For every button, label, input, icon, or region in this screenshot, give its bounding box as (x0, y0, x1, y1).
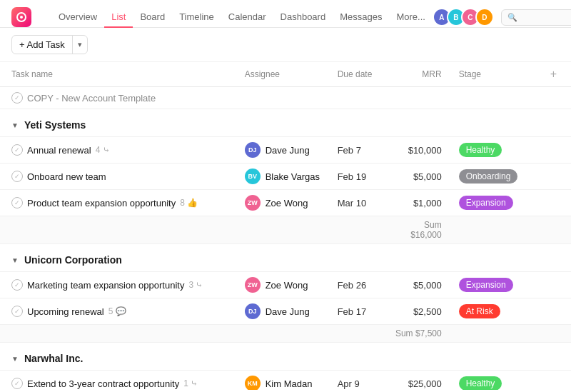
stage-badge: Healthy (459, 376, 502, 390)
app-icon-inner (16, 12, 26, 22)
task-check-icon[interactable]: ✓ (11, 378, 23, 389)
stage-badge: Expansion (459, 196, 513, 210)
col-mrr: MRR (386, 62, 450, 87)
assignee-avatar: DJ (245, 303, 261, 319)
due-date-cell: Apr 9 (329, 371, 386, 391)
search-icon: 🔍 (507, 13, 517, 22)
assignee-avatar: BV (245, 169, 261, 184)
assignee-name: Kim Madan (266, 378, 313, 389)
task-name: COPY - New Account Template (27, 93, 156, 104)
task-check-icon[interactable]: ✓ (11, 279, 23, 291)
app-icon (11, 7, 31, 27)
mrr-cell: $5,000 (386, 164, 450, 190)
task-name: Annual renewal (27, 145, 91, 156)
nav-tabs: Overview List Board Timeline Calendar Da… (51, 7, 433, 27)
mrr-cell: $2,500 (386, 298, 450, 325)
assignee-name: Dave Jung (266, 306, 310, 317)
due-date-cell: Feb 17 (329, 298, 386, 325)
task-count: 1 ⤷ (183, 378, 198, 388)
toolbar: + Add Task ▾ (0, 28, 571, 62)
tab-board[interactable]: Board (133, 7, 172, 28)
assignee-cell: ZW Zoe Wong (245, 195, 320, 211)
task-table-container: Task name Assignee Due date MRR Stage + … (0, 62, 571, 390)
avatar: D (475, 8, 494, 26)
group-row: ▼ Narwhal Inc. (0, 343, 571, 371)
task-name: Onboard new team (27, 171, 106, 182)
group-chevron-icon[interactable]: ▼ (11, 256, 19, 264)
task-check-icon[interactable]: ✓ (11, 197, 23, 208)
task-name: Marketing team expansion opportunity (27, 280, 184, 291)
task-count: 3 ⤷ (188, 280, 203, 290)
task-table: Task name Assignee Due date MRR Stage + … (0, 62, 571, 390)
assignee-cell: ZW Zoe Wong (245, 277, 320, 293)
assignee-avatar: DJ (245, 142, 261, 158)
tab-overview[interactable]: Overview (51, 7, 104, 28)
task-check-icon[interactable]: ✓ (11, 144, 23, 156)
assignee-cell: KM Kim Madan (245, 376, 320, 390)
assignee-avatar: ZW (245, 195, 261, 211)
stage-badge: At Risk (459, 304, 500, 318)
add-column-button[interactable]: + (536, 62, 571, 87)
task-name: Product team expansion opportunity (27, 198, 176, 208)
stage-cell: Healthy (450, 371, 536, 391)
table-header-row: Task name Assignee Due date MRR Stage + (0, 62, 571, 87)
assignee-name: Blake Vargas (266, 171, 320, 182)
table-row: ✓ Marketing team expansion opportunity 3… (0, 272, 571, 298)
add-task-dropdown-icon[interactable]: ▾ (73, 36, 87, 53)
tab-messages[interactable]: Messages (333, 7, 389, 28)
assignee-avatar: KM (245, 376, 261, 390)
mrr-cell: $5,000 (386, 272, 450, 298)
app-header: Overview List Board Timeline Calendar Da… (0, 0, 571, 28)
header-avatars: A B C D (433, 8, 494, 26)
stage-cell: At Risk (450, 298, 536, 325)
assignee-name: Zoe Wong (266, 198, 308, 208)
group-chevron-icon[interactable]: ▼ (11, 121, 19, 129)
header-right: A B C D 🔍 + (433, 8, 571, 26)
tab-dashboard[interactable]: Dashboard (273, 7, 333, 28)
table-row: ✓ Annual renewal 4 ⤷ DJ Dave Jung Feb 7 … (0, 137, 571, 164)
tab-timeline[interactable]: Timeline (172, 7, 221, 28)
group-name: Narwhal Inc. (24, 353, 83, 364)
task-check-icon[interactable]: ✓ (11, 171, 23, 182)
due-date-cell: Feb 19 (329, 164, 386, 190)
tab-calendar[interactable]: Calendar (221, 7, 273, 28)
due-date-cell: Feb 26 (329, 272, 386, 298)
task-name: Upcoming renewal (27, 306, 104, 317)
tab-list[interactable]: List (104, 7, 133, 28)
assignee-cell: BV Blake Vargas (245, 169, 320, 184)
table-row: ✓ Upcoming renewal 5 💬 DJ Dave Jung Feb … (0, 298, 571, 325)
sum-value: Sum $16,000 (386, 216, 450, 244)
table-row: ✓ Product team expansion opportunity 8 👍… (0, 190, 571, 216)
task-count: 5 💬 (108, 306, 126, 316)
add-task-button[interactable]: + Add Task ▾ (11, 35, 88, 54)
assignee-cell: DJ Dave Jung (245, 303, 320, 319)
sum-value: Sum $7,500 (386, 325, 450, 343)
table-row: ✓ Extend to 3-year contract opportunity … (0, 371, 571, 391)
mrr-cell: $25,000 (386, 371, 450, 391)
stage-cell: Onboarding (450, 164, 536, 190)
group-name: Yeti Systems (24, 119, 86, 131)
task-name: Extend to 3-year contract opportunity (27, 378, 179, 389)
group-chevron-icon[interactable]: ▼ (11, 355, 19, 363)
col-due-date: Due date (329, 62, 386, 87)
stage-cell: Expansion (450, 190, 536, 216)
task-check-icon[interactable]: ✓ (11, 92, 23, 104)
stage-cell: Healthy (450, 137, 536, 164)
due-date-cell: Feb 7 (329, 137, 386, 164)
col-assignee: Assignee (236, 62, 329, 87)
mrr-cell: $1,000 (386, 190, 450, 216)
add-task-label[interactable]: + Add Task (12, 36, 73, 54)
task-count: 4 ⤷ (96, 145, 110, 155)
task-count: 8 👍 (180, 198, 198, 208)
task-check-icon[interactable]: ✓ (11, 306, 23, 317)
sum-row: Sum $7,500 (0, 325, 571, 343)
stage-badge: Onboarding (459, 169, 518, 184)
table-row: ✓ COPY - New Account Template (0, 87, 571, 109)
tab-more[interactable]: More... (389, 7, 432, 28)
sum-row: Sum $16,000 (0, 216, 571, 244)
group-row: ▼ Yeti Systems (0, 109, 571, 137)
search-box[interactable]: 🔍 (501, 9, 571, 26)
assignee-name: Zoe Wong (266, 280, 308, 291)
col-stage: Stage (450, 62, 536, 87)
stage-cell: Expansion (450, 272, 536, 298)
